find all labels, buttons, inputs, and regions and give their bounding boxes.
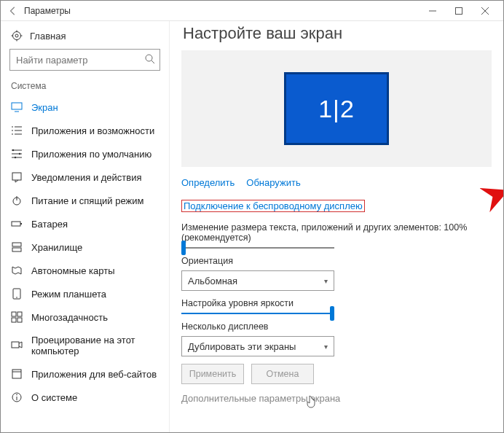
scale-slider[interactable] <box>181 247 334 249</box>
tablet-icon <box>11 288 23 300</box>
sidebar-item-1[interactable]: Приложения и возможности <box>1 119 169 142</box>
sidebar-home[interactable]: Главная <box>1 27 169 49</box>
sidebar-item-8[interactable]: Режим планшета <box>1 282 169 305</box>
chevron-down-icon: ▾ <box>324 277 328 285</box>
default-apps-icon <box>11 148 23 160</box>
brightness-slider[interactable] <box>181 313 334 314</box>
page-title: Настройте ваш экран <box>183 24 492 43</box>
svg-rect-35 <box>12 312 16 316</box>
orientation-select[interactable]: Альбомная ▾ <box>181 270 334 291</box>
settings-window: Параметры Главная <box>0 0 504 433</box>
svg-point-44 <box>16 394 17 396</box>
notifications-icon <box>11 171 23 183</box>
cursor-icon <box>305 394 317 411</box>
multi-display-value: Дублировать эти экраны <box>188 341 296 352</box>
storage-icon <box>11 241 23 253</box>
search-input[interactable] <box>9 49 160 71</box>
multi-display-select[interactable]: Дублировать эти экраны ▾ <box>181 336 334 356</box>
svg-rect-12 <box>12 103 22 109</box>
monitor-tile[interactable]: 1|2 <box>284 72 389 145</box>
wireless-display-link[interactable]: Подключение к беспроводному дисплею <box>181 200 365 212</box>
project-icon <box>11 340 23 351</box>
svg-rect-30 <box>20 223 22 225</box>
svg-point-24 <box>19 153 20 155</box>
sidebar-item-label: Автономные карты <box>31 265 115 276</box>
sidebar: Главная Система ЭкранПриложения и возмож… <box>1 21 170 432</box>
sidebar-item-label: О системе <box>31 392 77 403</box>
monitor-label: 1|2 <box>318 95 355 123</box>
sidebar-item-5[interactable]: Батарея <box>1 212 169 235</box>
display-links-row: Определить Обнаружить Подключение к бесп… <box>181 177 492 212</box>
sidebar-item-10[interactable]: Проецирование на этот компьютер <box>1 329 169 362</box>
search-icon <box>144 53 156 67</box>
gear-icon <box>11 30 23 42</box>
orientation-label: Ориентация <box>181 256 492 266</box>
sidebar-item-label: Проецирование на этот компьютер <box>31 335 159 356</box>
minimize-button[interactable] <box>420 3 445 19</box>
identify-link[interactable]: Определить <box>181 177 235 188</box>
sidebar-item-label: Режим планшета <box>31 289 106 300</box>
sidebar-home-label: Главная <box>30 31 66 42</box>
battery-icon <box>11 218 23 230</box>
window-title: Параметры <box>24 6 71 16</box>
sidebar-item-label: Питание и спящий режим <box>31 195 143 206</box>
svg-point-34 <box>16 297 17 298</box>
svg-rect-32 <box>12 248 21 251</box>
sidebar-item-label: Батарея <box>31 219 68 230</box>
svg-rect-29 <box>12 222 20 226</box>
maximize-button[interactable] <box>446 3 471 19</box>
svg-point-4 <box>13 32 21 40</box>
sidebar-item-label: Уведомления и действия <box>31 172 142 183</box>
monitor-icon <box>11 101 23 113</box>
power-icon <box>11 195 23 206</box>
svg-rect-26 <box>12 173 21 180</box>
apply-button[interactable]: Применить <box>181 364 244 384</box>
sidebar-section-label: Система <box>1 79 169 95</box>
back-arrow-icon[interactable] <box>7 4 20 17</box>
monitor-preview-area[interactable]: 1|2 <box>181 50 492 167</box>
about-icon <box>11 391 23 403</box>
multitask-icon <box>11 311 23 323</box>
svg-rect-38 <box>17 318 22 322</box>
titlebar: Параметры <box>1 1 503 21</box>
svg-point-25 <box>15 157 16 158</box>
detect-link[interactable]: Обнаружить <box>246 177 300 188</box>
chevron-down-icon: ▾ <box>324 343 328 351</box>
orientation-value: Альбомная <box>188 276 237 286</box>
svg-point-10 <box>146 55 152 61</box>
sidebar-item-label: Приложения и возможности <box>31 125 154 136</box>
svg-point-5 <box>15 34 18 37</box>
apps-icon <box>11 125 23 136</box>
web-apps-icon <box>11 368 23 380</box>
sidebar-item-11[interactable]: Приложения для веб-сайтов <box>1 362 169 386</box>
svg-line-11 <box>151 61 154 63</box>
svg-rect-40 <box>12 370 21 378</box>
sidebar-item-6[interactable]: Хранилище <box>1 235 169 259</box>
advanced-display-link[interactable]: Дополнительные параметры экрана <box>181 393 340 404</box>
svg-rect-39 <box>12 342 19 348</box>
sidebar-item-12[interactable]: О системе <box>1 386 169 409</box>
svg-point-23 <box>12 149 14 151</box>
sidebar-item-3[interactable]: Уведомления и действия <box>1 165 169 189</box>
sidebar-item-7[interactable]: Автономные карты <box>1 259 169 282</box>
sidebar-item-4[interactable]: Питание и спящий режим <box>1 189 169 212</box>
svg-rect-37 <box>12 318 16 322</box>
svg-rect-36 <box>17 312 22 316</box>
multi-display-label: Несколько дисплеев <box>181 321 492 332</box>
sidebar-item-0[interactable]: Экран <box>1 95 169 119</box>
close-button[interactable] <box>473 3 497 19</box>
sidebar-item-2[interactable]: Приложения по умолчанию <box>1 142 169 165</box>
maps-icon <box>11 265 23 276</box>
svg-rect-1 <box>456 7 462 14</box>
sidebar-item-label: Приложения по умолчанию <box>31 149 151 160</box>
sidebar-item-label: Многозадачность <box>31 312 108 323</box>
cancel-button[interactable]: Отмена <box>251 364 314 384</box>
sidebar-item-label: Приложения для веб-сайтов <box>31 369 157 380</box>
svg-rect-31 <box>12 243 21 246</box>
sidebar-item-label: Хранилище <box>31 242 82 253</box>
sidebar-item-label: Экран <box>31 102 58 113</box>
scale-label: Изменение размера текста, приложений и д… <box>181 222 492 243</box>
main-content: Настройте ваш экран 1|2 Определить Обнар… <box>170 21 503 432</box>
sidebar-item-9[interactable]: Многозадачность <box>1 305 169 329</box>
sidebar-nav: ЭкранПриложения и возможностиПриложения … <box>1 95 169 409</box>
